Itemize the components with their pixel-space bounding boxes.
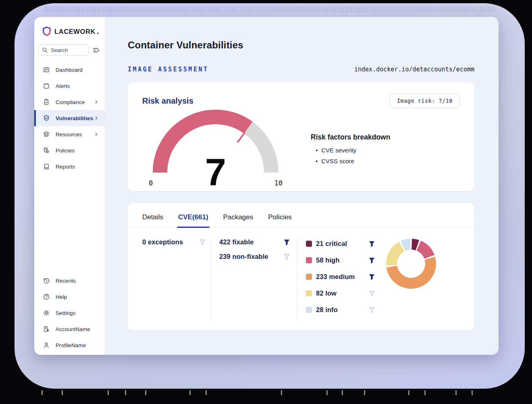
ruler-tick xyxy=(326,390,328,395)
donut-segment-low[interactable] xyxy=(386,242,404,266)
sidebar-item-reports[interactable]: Reports xyxy=(34,158,105,175)
severity-label: 21 critical xyxy=(316,240,369,248)
severity-filter-icon[interactable] xyxy=(369,274,374,280)
exceptions-column: 0 exceptions xyxy=(142,237,210,321)
lacework-logo: LACEWORK xyxy=(34,25,105,37)
risk-analysis-title: Risk analysis xyxy=(142,96,193,106)
ruler-tick xyxy=(42,390,43,395)
ruler-tick xyxy=(424,390,426,395)
chevron-right-icon xyxy=(94,99,99,105)
severity-filter-icon[interactable] xyxy=(369,258,374,264)
risk-factors-breakdown: Risk factors breakdown CVE severity CVSS… xyxy=(311,133,390,187)
tab-cve[interactable]: CVE(661) xyxy=(178,213,208,227)
search-row xyxy=(34,44,105,56)
fixable-filter-icon[interactable] xyxy=(284,239,289,246)
risk-analysis-card: Risk analysis Image risk: 7/10 7 0 10 Ri… xyxy=(128,82,474,191)
severity-filter-icon[interactable] xyxy=(369,291,374,297)
exceptions-filter-icon[interactable] xyxy=(200,239,205,246)
gauge-needle xyxy=(238,133,244,142)
sidebar-spacer xyxy=(34,175,105,267)
fixability-column: 422 fixable 239 non-fixable xyxy=(210,237,297,321)
sidebar-item-label: ProfileName xyxy=(56,342,86,348)
non-fixable-filter-icon[interactable] xyxy=(284,254,289,260)
sidebar-item-label: Reports xyxy=(56,164,75,170)
sidebar-footer: Recents Help Settings AccountName xyxy=(34,273,105,353)
compliance-icon xyxy=(43,98,50,106)
vulnerabilities-shield-icon xyxy=(43,115,50,122)
sidebar-item-policies[interactable]: Policies xyxy=(34,142,105,158)
severity-row-critical: 21 critical xyxy=(306,238,374,249)
severity-label: 58 high xyxy=(316,256,369,264)
sidebar-item-label: Policies xyxy=(56,148,75,154)
sidebar-item-compliance[interactable]: Compliance xyxy=(34,94,105,110)
severity-column: 21 critical 58 high 233 xyxy=(297,237,374,321)
cve-details-card: Details CVE(661) Packages Policies 0 exc… xyxy=(128,203,474,331)
ruler-tick xyxy=(364,390,365,395)
recents-history-icon xyxy=(43,277,50,284)
ruler-tick xyxy=(125,390,126,395)
assessment-row: IMAGE ASSESSMENT index.docker.io/detacco… xyxy=(128,66,474,73)
sidebar-item-help[interactable]: Help xyxy=(34,289,105,305)
severity-row-high: 58 high xyxy=(306,255,374,265)
help-icon xyxy=(43,293,50,300)
donut-segment-high[interactable] xyxy=(417,241,435,259)
severity-donut-svg xyxy=(385,237,437,290)
policies-icon xyxy=(43,147,50,154)
sidebar-item-dashboard[interactable]: Dashboard xyxy=(34,62,105,78)
sidebar-item-label: Settings xyxy=(56,310,76,316)
sidebar-item-label: Help xyxy=(56,294,67,300)
sidebar-item-vulnerabilities[interactable]: Vulnerabilities xyxy=(34,110,105,126)
cve-stats-row: 0 exceptions 422 fixable 239 non-fixable xyxy=(128,228,474,321)
sidebar-item-alerts[interactable]: Alerts xyxy=(34,78,105,94)
tab-packages[interactable]: Packages xyxy=(223,213,254,227)
ruler-tick xyxy=(189,390,191,395)
severity-row-medium: 233 medium xyxy=(306,271,374,282)
dashboard-icon xyxy=(43,66,50,73)
profile-person-icon xyxy=(43,342,50,349)
sidebar-collapse-icon[interactable] xyxy=(92,46,100,54)
search-icon xyxy=(42,47,48,55)
page-title: Container Vulnerabilities xyxy=(128,40,474,51)
ruler-tick xyxy=(145,390,146,395)
sidebar-item-label: Resources xyxy=(56,131,82,137)
sidebar-item-resources[interactable]: Resources xyxy=(34,126,105,142)
non-fixable-row: 239 non-fixable xyxy=(219,253,289,260)
sidebar: LACEWORK Dashboard xyxy=(34,17,105,355)
lacework-shield-icon xyxy=(42,27,51,36)
sidebar-item-recents[interactable]: Recents xyxy=(34,273,105,289)
gauge-value: 7 xyxy=(147,158,284,187)
reports-book-icon xyxy=(43,163,50,170)
severity-color-swatch xyxy=(306,290,312,296)
exceptions-label: 0 exceptions xyxy=(142,238,183,246)
ruler-tick xyxy=(408,390,409,395)
alerts-icon xyxy=(43,82,50,90)
chevron-right-icon xyxy=(94,115,99,121)
risk-gauge: 7 0 10 xyxy=(147,110,284,187)
risk-factor-item: CVSS score xyxy=(316,158,390,165)
main-content: Container Vulnerabilities IMAGE ASSESSME… xyxy=(105,17,499,355)
tab-policies[interactable]: Policies xyxy=(268,213,292,227)
sidebar-item-profile[interactable]: ProfileName xyxy=(34,337,105,353)
brand-text: LACEWORK xyxy=(54,28,96,35)
ruler-tick xyxy=(206,390,207,395)
severity-color-swatch xyxy=(306,257,312,263)
chevron-right-icon xyxy=(94,131,99,137)
sidebar-item-label: Vulnerabilities xyxy=(56,115,93,121)
sidebar-item-account[interactable]: AccountName xyxy=(34,321,105,337)
severity-donut xyxy=(385,237,437,290)
severity-label: 28 info xyxy=(316,306,369,314)
resources-layers-icon xyxy=(43,131,50,138)
fixable-row: 422 fixable xyxy=(219,238,289,246)
sidebar-item-label: Dashboard xyxy=(56,67,83,73)
severity-color-swatch xyxy=(306,274,312,280)
severity-label: 233 medium xyxy=(316,273,369,281)
severity-filter-icon[interactable] xyxy=(369,307,374,313)
tab-details[interactable]: Details xyxy=(142,213,163,227)
sidebar-item-label: Alerts xyxy=(56,83,70,89)
app-window: LACEWORK Dashboard xyxy=(34,17,499,355)
account-building-icon xyxy=(43,325,50,333)
image-risk-badge: Image risk: 7/10 xyxy=(390,94,460,108)
sidebar-item-settings[interactable]: Settings xyxy=(34,305,105,321)
severity-filter-icon[interactable] xyxy=(369,241,374,247)
risk-factor-item: CVE severity xyxy=(316,147,390,154)
